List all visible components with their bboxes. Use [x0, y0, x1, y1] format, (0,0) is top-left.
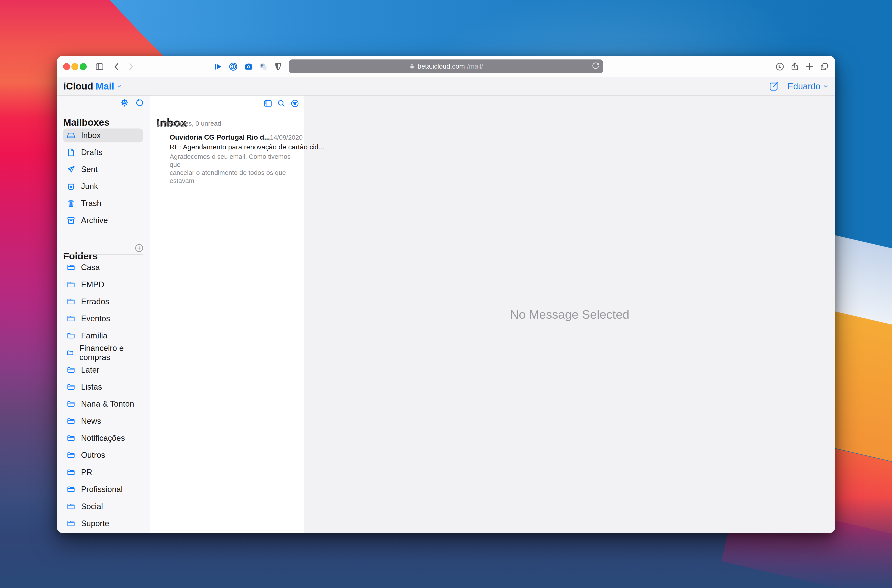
message-subject: RE: Agendamento para renovação de cartão…: [169, 142, 295, 152]
message-list-item[interactable]: Ouvidoria CG Portugal Rio d... 14/09/202…: [169, 133, 295, 186]
sidebar-item-label: Junk: [81, 182, 98, 191]
sidebar-folder-nana-tonton[interactable]: Nana & Tonton: [63, 396, 143, 412]
tab-overview-icon[interactable]: [819, 62, 829, 72]
sidebar-folder-empd[interactable]: EMPD: [63, 276, 143, 293]
sidebar-folder-profissional[interactable]: Profissional: [63, 481, 143, 498]
sidebar-item-label: Archive: [81, 216, 108, 225]
sidebar-folder-notificacoes[interactable]: Notificações: [63, 430, 143, 447]
sidebar-item-junk[interactable]: Junk: [63, 178, 143, 195]
add-folder-icon[interactable]: [134, 243, 144, 253]
brand-mail: Mail: [96, 81, 114, 92]
folders-divider: [63, 254, 143, 255]
folder-icon: [66, 417, 76, 426]
archive-icon: [66, 216, 76, 225]
folder-icon: [66, 280, 76, 289]
mail-content: Mailboxes Inbox: [57, 96, 835, 533]
folder-icon: [66, 434, 76, 443]
message-preview: Agradecemos o seu email. Como tivemos qu…: [169, 153, 295, 184]
brand-icloud: iCloud: [63, 81, 93, 92]
filter-icon[interactable]: [290, 99, 300, 108]
sidebar-folder-news[interactable]: News: [63, 413, 143, 430]
shield-extension-icon[interactable]: [273, 62, 283, 72]
search-icon[interactable]: [277, 99, 286, 108]
sent-icon: [66, 165, 76, 174]
folder-icon: [66, 519, 76, 528]
share-icon[interactable]: [790, 62, 800, 72]
sidebar-folder-errados[interactable]: Errados: [63, 293, 143, 310]
sidebar-folder-listas[interactable]: Listas: [63, 378, 143, 396]
junk-icon: [66, 182, 76, 191]
traffic-zoom-button[interactable]: [80, 63, 87, 70]
password-extension-icon[interactable]: [228, 62, 238, 72]
folder-icon: [66, 314, 76, 323]
chevron-down-icon: [823, 83, 829, 89]
message-list-pane: Inbox 1 messages, 0 unread Ouvidoria CG …: [150, 96, 304, 533]
inbox-icon: [66, 130, 76, 140]
sidebar-folder-later[interactable]: Later: [63, 361, 143, 378]
sidebar-folder-suporte[interactable]: Suporte: [63, 515, 143, 532]
app-brand[interactable]: iCloud Mail: [63, 81, 122, 92]
sidebar-item-label: Inbox: [81, 131, 101, 140]
folder-icon: [66, 485, 76, 494]
lock-icon: [409, 63, 415, 70]
folder-icon: [66, 365, 76, 375]
sidebar-item-label: Sent: [81, 165, 97, 174]
back-icon[interactable]: [112, 62, 122, 72]
reload-icon[interactable]: [591, 62, 600, 71]
refresh-icon[interactable]: [135, 98, 145, 108]
url-path: /mail/: [467, 63, 483, 70]
empty-state-text: No Message Selected: [510, 307, 630, 321]
folder-icon: [66, 331, 76, 340]
new-tab-icon[interactable]: [805, 62, 814, 72]
folder-icon: [66, 468, 76, 477]
message-divider: [169, 186, 295, 186]
message-date: 14/09/2020: [270, 133, 303, 142]
traffic-minimize-button[interactable]: [72, 63, 78, 70]
fastforward-extension-icon[interactable]: [213, 62, 223, 72]
folder-icon: [66, 348, 74, 357]
sidebar-item-drafts[interactable]: Drafts: [63, 144, 143, 161]
settings-gear-icon[interactable]: [120, 98, 130, 108]
sidebar-item-trash[interactable]: Trash: [63, 195, 143, 212]
safari-window: beta.icloud.com/mail/: [57, 56, 835, 533]
drafts-icon: [66, 148, 76, 157]
sidebar-item-label: Drafts: [81, 148, 103, 157]
sidebar-folder-casa[interactable]: Casa: [63, 259, 143, 276]
folder-icon: [66, 263, 76, 272]
folder-icon: [66, 399, 76, 408]
reading-pane: No Message Selected: [304, 96, 835, 533]
user-menu[interactable]: Eduardo: [787, 81, 829, 91]
address-bar[interactable]: beta.icloud.com/mail/: [289, 60, 603, 73]
sidebar-folder-financeiro[interactable]: Financeiro e compras: [63, 344, 143, 361]
sidebar-item-sent[interactable]: Sent: [63, 161, 143, 178]
mailbox-sidebar: Mailboxes Inbox: [57, 96, 150, 533]
user-name: Eduardo: [787, 81, 820, 91]
message-sender: Ouvidoria CG Portugal Rio d...: [169, 133, 270, 142]
sidebar-toggle-icon[interactable]: [94, 62, 105, 72]
mailboxes-list: Inbox Drafts Sent: [63, 127, 143, 229]
camera-extension-icon[interactable]: [244, 62, 254, 72]
browser-toolbar: beta.icloud.com/mail/: [57, 56, 835, 77]
sidebar-folder-familia[interactable]: Família: [63, 327, 143, 344]
folders-list: Casa EMPD Errados Eventos Família Financ…: [63, 259, 143, 532]
sidebar-folder-pr[interactable]: PR: [63, 464, 143, 481]
folder-icon: [66, 451, 76, 460]
layout-columns-icon[interactable]: [263, 99, 273, 108]
downloads-icon[interactable]: [775, 62, 785, 72]
folder-icon: [66, 382, 76, 392]
traffic-close-button[interactable]: [63, 63, 70, 70]
screenshot-extension-icon[interactable]: [258, 62, 268, 72]
icloud-appbar: iCloud Mail Eduardo: [57, 77, 835, 96]
sidebar-folder-outros[interactable]: Outros: [63, 447, 143, 464]
sidebar-item-archive[interactable]: Archive: [63, 212, 143, 229]
sidebar-item-inbox[interactable]: Inbox: [63, 127, 143, 144]
forward-icon[interactable]: [126, 62, 136, 72]
sidebar-folder-eventos[interactable]: Eventos: [63, 310, 143, 327]
url-host: beta.icloud.com: [417, 63, 465, 70]
chevron-down-icon: [117, 83, 122, 89]
sidebar-folder-social[interactable]: Social: [63, 498, 143, 515]
mailboxes-heading: Mailboxes: [63, 117, 109, 128]
folder-icon: [66, 297, 76, 306]
trash-icon: [66, 199, 76, 208]
compose-icon[interactable]: [768, 81, 779, 92]
